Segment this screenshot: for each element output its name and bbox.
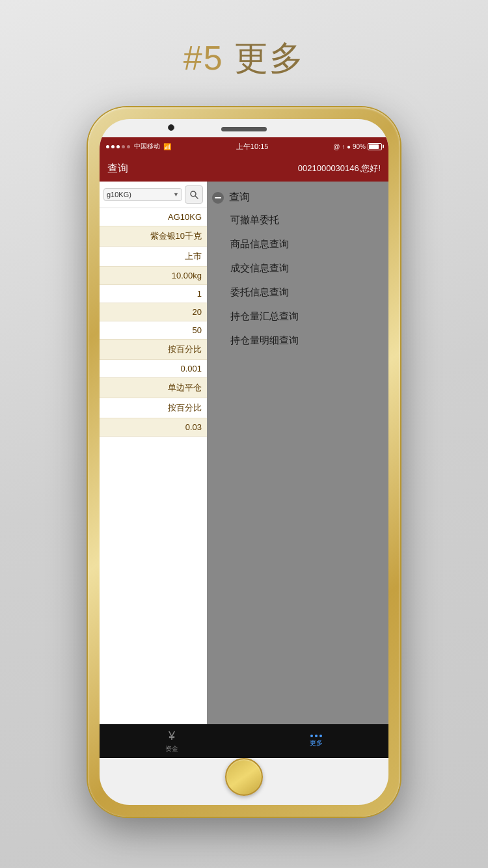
title-hash-num: #5 [183,39,224,77]
screen: 中国移动 📶 上午10:15 @ ↑ ● 90% 查询 002100003014… [100,137,388,758]
dropdown-select[interactable]: g10KG) ▼ [103,188,182,201]
battery-fill [369,144,379,149]
data-rows-container: AG10KG紫金银10千克上市10.00kg12050按百分比0.001单边平仓… [100,208,207,437]
data-row: 50 [100,321,207,340]
svg-line-1 [195,196,198,198]
menu-section-title: 查询 [229,191,250,204]
status-bar: 中国移动 📶 上午10:15 @ ↑ ● 90% [100,137,388,156]
data-row: 0.001 [100,360,207,378]
menu-item-0[interactable]: 可撤单委托 [212,208,383,232]
tab-bar: ¥资金更多 [100,724,388,758]
battery-icon [368,143,382,150]
signal-dot-4 [122,145,125,148]
data-row: 1 [100,285,207,303]
signal-dot-2 [111,145,115,148]
data-row: 按百分比 [100,398,207,418]
speaker-grill [221,127,267,131]
data-row: 10.00kg [100,267,207,285]
nav-bar: 查询 0021000030146,您好! [100,156,388,182]
left-panel: g10KG) ▼ AG10KG紫金银10千克上市10.00kg12050按百分比… [100,182,207,724]
minus-icon[interactable] [212,192,224,204]
menu-item-5[interactable]: 持仓量明细查询 [212,329,383,353]
data-row: 0.03 [100,418,207,437]
phone-top [100,119,388,131]
data-row: 单边平仓 [100,378,207,398]
phone-inner: 中国移动 📶 上午10:15 @ ↑ ● 90% 查询 002100003014… [100,119,388,805]
tab-dots-icon [310,735,322,737]
dropdown-label: g10KG) [107,191,131,198]
nav-left-title: 查询 [107,162,128,176]
status-left: 中国移动 📶 [106,142,171,151]
status-icons: @ ↑ ● [333,143,351,150]
carrier-name: 中国移动 [134,142,160,151]
menu-item-1[interactable]: 商品信息查询 [212,232,383,256]
nav-right-title: 0021000030146,您好! [128,163,381,174]
data-row: 紫金银10千克 [100,226,207,247]
battery-percent: 90% [353,143,366,150]
home-button[interactable] [225,758,263,796]
menu-items-container: 可撤单委托商品信息查询成交信息查询委托信息查询持仓量汇总查询持仓量明细查询 [212,208,383,353]
search-icon [189,190,198,199]
app-content: g10KG) ▼ AG10KG紫金银10千克上市10.00kg12050按百分比… [100,182,388,724]
tab-icon-0: ¥ [169,729,175,743]
phone-frame: 中国移动 📶 上午10:15 @ ↑ ● 90% 查询 002100003014… [88,107,400,817]
search-button[interactable] [185,185,203,204]
data-row: 20 [100,303,207,321]
dropdown-arrow-icon: ▼ [173,191,179,198]
signal-dot-5 [127,145,130,148]
data-row: 上市 [100,247,207,267]
menu-item-4[interactable]: 持仓量汇总查询 [212,305,383,329]
page-title: #5 更多 [183,36,305,81]
menu-item-3[interactable]: 委托信息查询 [212,280,383,305]
right-panel: 查询 可撤单委托商品信息查询成交信息查询委托信息查询持仓量汇总查询持仓量明细查询 [207,182,388,724]
search-row: g10KG) ▼ [100,182,207,208]
tab-item-1[interactable]: 更多 [244,724,388,758]
title-text: 更多 [234,39,305,77]
status-right: @ ↑ ● 90% [333,143,382,150]
wifi-icon: 📶 [163,143,171,150]
menu-item-2[interactable]: 成交信息查询 [212,256,383,280]
data-row: 按百分比 [100,340,207,360]
tab-item-0[interactable]: ¥资金 [100,724,244,758]
signal-dot-1 [106,145,109,148]
signal-dot-3 [116,145,120,148]
data-row: AG10KG [100,208,207,226]
status-time: 上午10:15 [171,142,333,152]
tab-label-1: 更多 [310,739,323,748]
minus-line [215,197,221,198]
tab-label-0: 资金 [165,744,178,753]
menu-header: 查询 [212,187,383,208]
